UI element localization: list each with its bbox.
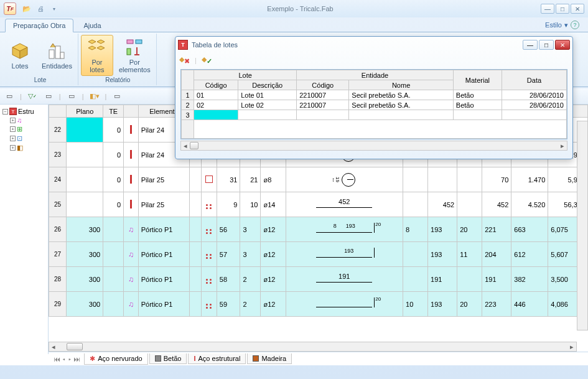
table-row[interactable]: 27300♫Pórtico P1573ø12 193193112046125,6… <box>49 242 588 267</box>
tab-aco-nervurado[interactable]: ✱Aço nervurado <box>84 353 148 365</box>
dialog-scrollbar[interactable]: ◂▸ <box>180 141 567 151</box>
table-row[interactable]: 28300♫Pórtico P1582ø121911911913823,500 <box>49 267 588 292</box>
lotes-button[interactable]: Lotes <box>4 35 36 76</box>
qat-dropdown-icon[interactable]: ▾ <box>49 3 60 14</box>
toolbar-icon-4[interactable]: ▭ <box>66 91 77 102</box>
style-dropdown[interactable]: Estilo ▾ ? <box>541 18 583 32</box>
horizontal-scrollbar[interactable]: ◂▸ <box>49 342 577 352</box>
table-row[interactable]: 29300♫Pórtico P1592ø12 2010193202234464,… <box>49 292 588 317</box>
dialog-close-button[interactable]: ✕ <box>555 40 570 50</box>
svg-rect-11 <box>136 40 142 44</box>
app-icon: TF <box>4 2 16 15</box>
tabela-lotes-dialog: T Tabela de lotes — □ ✕ ◆✖ | ◆✓ Lote Ent… <box>175 36 573 159</box>
tree-root[interactable]: − T Estru <box>2 107 45 116</box>
lote-row[interactable]: 101Lote 012210007Secil prebetão S.A.Betã… <box>182 90 567 100</box>
por-elementos-button[interactable]: Por elementos <box>114 35 155 76</box>
svg-marker-6 <box>88 40 96 44</box>
dialog-icon: T <box>178 40 188 50</box>
toolbar-icon-3[interactable]: ▭ <box>43 91 54 102</box>
tree-item[interactable]: + ♫ <box>2 116 45 124</box>
close-button[interactable]: ✕ <box>571 4 584 14</box>
delete-lote-icon[interactable]: ◆✖ <box>179 55 190 65</box>
svg-rect-3 <box>49 50 54 58</box>
table-row[interactable]: 240Pilar 253121ø8↕19701.4705,986 <box>49 167 588 192</box>
lote-row[interactable]: 3 <box>182 110 567 120</box>
svg-rect-4 <box>55 46 60 58</box>
entidades-button[interactable]: Entidades <box>37 35 77 76</box>
svg-marker-7 <box>97 40 105 44</box>
maximize-button[interactable]: □ <box>556 4 569 14</box>
table-row[interactable]: 250Pilar 25910ø144524524524.52056,368 <box>49 192 588 217</box>
filter-icon[interactable]: ▽✓ <box>27 91 38 102</box>
table-row[interactable]: 26300♫Pórtico P1563ø128 1932081932022166… <box>49 217 588 242</box>
tab-aco-estrutural[interactable]: IAço estrutural <box>188 353 246 364</box>
lotes-grid[interactable]: Lote Entidade Material Data CódigoDescri… <box>180 69 567 139</box>
svg-rect-12 <box>127 49 131 55</box>
group-relatorio-label: Relatório <box>81 76 155 84</box>
tab-betao[interactable]: Betão <box>149 353 187 364</box>
tree-panel: − T Estru + ♫ + ⊞ + ⊡ + ◧ <box>0 105 49 354</box>
group-lote-label: Lote <box>4 76 77 84</box>
vertical-scrollbar[interactable] <box>577 121 588 330</box>
toolbar-icon-6[interactable]: ▭ <box>111 91 123 102</box>
lote-row[interactable]: 202Lote 022210007Secil prebetão S.A.Betã… <box>182 100 567 110</box>
tab-preparacao[interactable]: Preparação Obra <box>5 19 73 32</box>
module-tabs: ⏮ ◂ ▸ ⏭ ✱Aço nervurado Betão IAço estrut… <box>49 352 588 365</box>
minimize-button[interactable]: — <box>541 4 554 14</box>
print-icon[interactable]: 🖨 <box>35 3 46 14</box>
tree-item[interactable]: + ⊞ <box>2 124 45 134</box>
svg-rect-10 <box>127 40 133 44</box>
tab-nav-icon[interactable]: ⏮ ◂ ▸ ⏭ <box>51 355 83 363</box>
svg-marker-9 <box>97 46 105 50</box>
svg-marker-8 <box>88 46 96 50</box>
tree-item[interactable]: + ⊡ <box>2 134 45 143</box>
svg-rect-5 <box>60 52 64 58</box>
dialog-maximize-button[interactable]: □ <box>539 40 554 50</box>
tab-ajuda[interactable]: Ajuda <box>76 19 108 32</box>
por-lotes-button[interactable]: Por lotes <box>81 35 113 76</box>
confirm-lote-icon[interactable]: ◆✓ <box>202 55 212 65</box>
cube-icon[interactable]: ◧▾ <box>89 91 100 102</box>
titlebar: TF 📂 🖨 ▾ Exemplo - Tricalc.Fab — □ ✕ <box>0 0 588 17</box>
open-icon[interactable]: 📂 <box>21 3 32 14</box>
dialog-title: Tabela de lotes <box>192 41 238 49</box>
window-title: Exemplo - Tricalc.Fab <box>60 5 541 12</box>
dialog-minimize-button[interactable]: — <box>523 40 538 50</box>
toolbar-icon-1[interactable]: ▭ <box>4 91 15 102</box>
tab-madeira[interactable]: Madeira <box>247 353 292 364</box>
tree-item[interactable]: + ◧ <box>2 143 45 152</box>
